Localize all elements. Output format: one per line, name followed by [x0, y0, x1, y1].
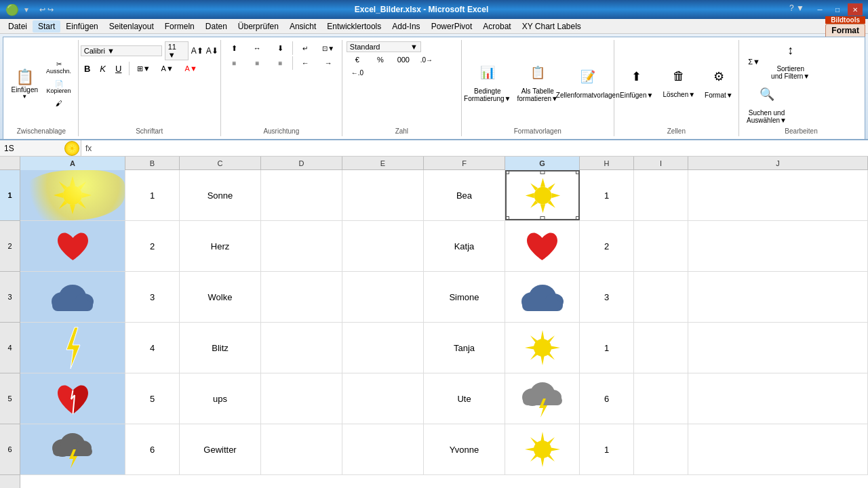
col-header-g[interactable]: G	[505, 157, 580, 170]
align-center-button[interactable]: ≡	[246, 56, 268, 70]
cell-a2[interactable]	[20, 221, 125, 271]
italic-button[interactable]: K	[96, 62, 110, 75]
cell-e1[interactable]	[342, 170, 424, 220]
cell-i3[interactable]	[634, 272, 688, 322]
menu-format[interactable]: Format	[825, 24, 865, 37]
maximize-button[interactable]: □	[830, 3, 845, 16]
cell-c5[interactable]: ups	[180, 373, 261, 424]
cell-d5[interactable]	[261, 373, 342, 424]
cell-i5[interactable]	[634, 373, 688, 424]
bold-button[interactable]: B	[81, 62, 94, 75]
cell-h1[interactable]: 1	[580, 170, 634, 220]
cell-a6[interactable]	[20, 424, 125, 474]
thousands-button[interactable]: 000	[393, 54, 414, 66]
cell-j5[interactable]	[688, 373, 868, 424]
cell-f1[interactable]: Bea	[424, 170, 505, 220]
minimize-button[interactable]: ─	[812, 3, 827, 16]
cell-b2[interactable]: 2	[125, 221, 180, 271]
cell-d4[interactable]	[261, 323, 342, 373]
cell-i1[interactable]	[634, 170, 688, 220]
col-header-j[interactable]: J	[688, 157, 868, 170]
cell-b4[interactable]: 4	[125, 323, 180, 373]
cell-e6[interactable]	[342, 424, 424, 474]
cell-g5[interactable]	[505, 373, 580, 424]
border-button[interactable]: ⊞▼	[133, 62, 155, 75]
col-header-b[interactable]: B	[125, 157, 180, 170]
menu-ueberpruefen[interactable]: Überprüfen	[233, 20, 284, 33]
format-button[interactable]: ⚙Format▼	[701, 65, 736, 103]
loeschen-button[interactable]: 🗑Löschen▼	[659, 65, 698, 103]
handle-bc[interactable]	[540, 216, 545, 220]
cell-i2[interactable]	[634, 221, 688, 271]
col-header-i[interactable]: I	[634, 157, 688, 170]
handle-tc[interactable]	[540, 170, 545, 174]
fill-color-button[interactable]: A▼	[157, 62, 178, 75]
cell-a3[interactable]	[20, 272, 125, 322]
cell-g2[interactable]	[505, 221, 580, 271]
row-num-1[interactable]: 1	[0, 170, 20, 221]
cell-d3[interactable]	[261, 272, 342, 322]
handle-br[interactable]	[576, 216, 580, 220]
cell-c4[interactable]: Blitz	[180, 323, 261, 373]
menu-daten[interactable]: Daten	[200, 20, 233, 33]
col-header-a[interactable]: A	[20, 157, 125, 170]
cell-h3[interactable]: 3	[580, 272, 634, 322]
cell-h6[interactable]: 1	[580, 424, 634, 474]
align-middle-button[interactable]: ↔	[246, 41, 268, 55]
row-num-4[interactable]: 4	[0, 323, 20, 373]
ausschneiden-button[interactable]: ✂Ausschn.	[43, 58, 75, 77]
handle-tl[interactable]	[505, 170, 509, 174]
cell-j6[interactable]	[688, 424, 868, 474]
menu-start[interactable]: Start	[33, 20, 60, 33]
menu-powerpivot[interactable]: PowerPivot	[426, 20, 478, 33]
einfuegen-zellen-button[interactable]: ⬆Einfügen▼	[616, 65, 656, 103]
cell-e5[interactable]	[342, 373, 424, 424]
cell-j1[interactable]	[688, 170, 868, 220]
cell-c1[interactable]: Sonne	[180, 170, 261, 220]
einfuegen-button[interactable]: 📋 Einfügen ▼	[8, 65, 41, 103]
menu-add-ins[interactable]: Add-Ins	[387, 20, 425, 33]
indent-dec-button[interactable]: ←	[294, 56, 316, 70]
menu-acrobat[interactable]: Acrobat	[477, 20, 516, 33]
handle-tr[interactable]	[576, 170, 580, 174]
cell-a1[interactable]	[20, 170, 125, 220]
cell-i4[interactable]	[634, 323, 688, 373]
increase-font-button[interactable]: A⬆	[191, 46, 203, 56]
suchen-button[interactable]: 🔍Suchen undAuswählen▼	[743, 85, 790, 126]
font-size-select[interactable]: 11 ▼	[165, 41, 189, 60]
cell-d1[interactable]	[261, 170, 342, 220]
menu-datei[interactable]: Datei	[3, 20, 33, 33]
menu-formeln[interactable]: Formeln	[159, 20, 200, 33]
cell-b3[interactable]: 3	[125, 272, 180, 322]
merge-button[interactable]: ⊡▼	[317, 41, 339, 55]
formula-fx-button[interactable]: fx	[81, 144, 96, 153]
cell-h2[interactable]: 2	[580, 221, 634, 271]
cell-g6[interactable]	[505, 424, 580, 474]
cell-a4[interactable]	[20, 323, 125, 373]
sortieren-button[interactable]: ↕Sortierenund Filtern▼	[768, 41, 813, 82]
dec-inc-button[interactable]: .0→	[416, 54, 437, 66]
format-uebertragen-button[interactable]: 🖌	[43, 98, 75, 109]
col-header-c[interactable]: C	[180, 157, 261, 170]
formula-input[interactable]	[96, 142, 868, 155]
number-format-select[interactable]: Standard▼	[347, 41, 421, 52]
col-header-e[interactable]: E	[342, 157, 424, 170]
cell-e2[interactable]	[342, 221, 424, 271]
cell-j2[interactable]	[688, 221, 868, 271]
cell-f3[interactable]: Simone	[424, 272, 505, 322]
percent-button[interactable]: €	[347, 54, 368, 66]
cell-e3[interactable]	[342, 272, 424, 322]
wrap-text-button[interactable]: ↵	[294, 41, 316, 55]
cell-f4[interactable]: Tanja	[424, 323, 505, 373]
cell-j3[interactable]	[688, 272, 868, 322]
col-header-d[interactable]: D	[261, 157, 342, 170]
menu-entwicklertools[interactable]: Entwicklertools	[321, 20, 387, 33]
menu-ansicht[interactable]: Ansicht	[284, 20, 321, 33]
cell-b6[interactable]: 6	[125, 424, 180, 474]
cell-c6[interactable]: Gewitter	[180, 424, 261, 474]
cell-g1[interactable]	[505, 170, 580, 220]
row-num-2[interactable]: 2	[0, 221, 20, 272]
autosum-button[interactable]: Σ▼	[743, 56, 765, 68]
cell-h5[interactable]: 6	[580, 373, 634, 424]
font-name-select[interactable]: Calibri ▼	[81, 45, 162, 56]
